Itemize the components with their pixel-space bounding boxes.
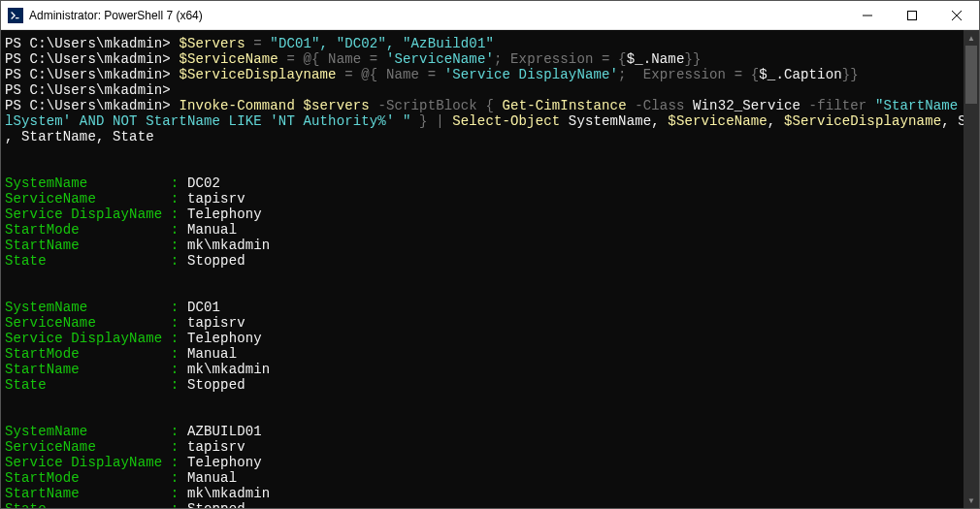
vertical-scrollbar[interactable]: ▲ ▼ [964, 30, 979, 508]
scroll-down-button[interactable]: ▼ [964, 493, 979, 508]
svg-rect-2 [908, 11, 917, 19]
cmd-line-3: PS C:\Users\mkadmin> $ServiceDisplayname… [5, 67, 964, 82]
record-2: SystemName : AZBUILD01 [5, 424, 964, 439]
close-button[interactable] [934, 1, 979, 29]
blank-line [5, 144, 964, 160]
record-0-row: StartName : mk\mkadmin [5, 238, 964, 253]
record-2-row: StartName : mk\mkadmin [5, 486, 964, 501]
record-0: SystemName : DC02 [5, 175, 964, 191]
titlebar[interactable]: Administrator: PowerShell 7 (x64) [1, 1, 979, 30]
blank-line [5, 393, 964, 408]
terminal-area: PS C:\Users\mkadmin> $Servers = "DC01", … [1, 30, 979, 508]
record-2-row: StartMode : Manual [5, 470, 964, 486]
scroll-up-button[interactable]: ▲ [964, 30, 979, 46]
blank-line [5, 269, 964, 284]
cmd-line-1: PS C:\Users\mkadmin> $Servers = "DC01", … [5, 36, 964, 51]
window-title: Administrator: PowerShell 7 (x64) [29, 9, 845, 22]
record-1: SystemName : DC01 [5, 300, 964, 315]
cmd-line-5a: PS C:\Users\mkadmin> Invoke-Command $ser… [5, 98, 964, 113]
cmd-line-2: PS C:\Users\mkadmin> $ServiceName = @{ N… [5, 51, 964, 67]
record-1-row: State : Stopped [5, 377, 964, 393]
record-1-row: StartName : mk\mkadmin [5, 362, 964, 377]
powershell-icon [8, 8, 23, 23]
maximize-button[interactable] [890, 1, 934, 29]
record-1-row: ServiceName : tapisrv [5, 315, 964, 331]
cmd-line-5b: lSystem' AND NOT StartName LIKE 'NT Auth… [5, 113, 964, 129]
record-2-row: State : Stopped [5, 501, 964, 508]
record-0-row: Service DisplayName : Telephony [5, 207, 964, 222]
powershell-window: Administrator: PowerShell 7 (x64) PS C:\… [0, 0, 980, 509]
record-0-row: StartMode : Manual [5, 222, 964, 238]
record-2-row: ServiceName : tapisrv [5, 439, 964, 455]
record-1-row: StartMode : Manual [5, 346, 964, 362]
record-2-row: Service DisplayName : Telephony [5, 455, 964, 470]
record-0-row: ServiceName : tapisrv [5, 191, 964, 207]
cmd-line-4: PS C:\Users\mkadmin> [5, 82, 964, 98]
cmd-line-5c: , StartName, State [5, 129, 964, 144]
record-1-row: Service DisplayName : Telephony [5, 331, 964, 346]
minimize-button[interactable] [845, 1, 890, 29]
record-0-row: State : Stopped [5, 253, 964, 269]
scroll-thumb[interactable] [965, 46, 977, 104]
terminal[interactable]: PS C:\Users\mkadmin> $Servers = "DC01", … [1, 30, 964, 508]
window-controls [845, 1, 979, 29]
